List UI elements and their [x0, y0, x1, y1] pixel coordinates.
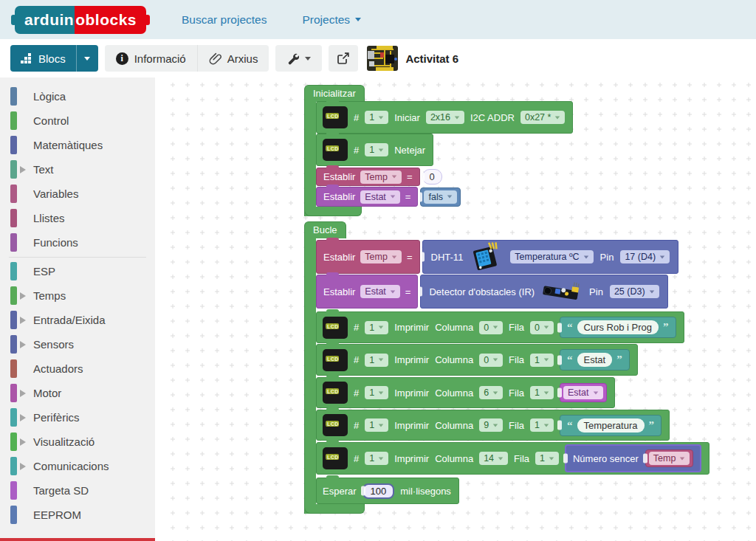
nav-link-search-projects[interactable]: Buscar projectes: [182, 13, 267, 27]
string-text-field[interactable]: Temperatura: [577, 418, 645, 433]
blocks-icon: [21, 53, 32, 64]
sidebar-item-control[interactable]: Control: [0, 108, 155, 133]
sidebar-item-llistes[interactable]: Llistes: [0, 206, 155, 230]
sidebar-item-periferics[interactable]: Perifèrics: [0, 405, 155, 430]
set-variable-block[interactable]: Establir Temp =: [316, 168, 420, 186]
sidebar-item-variables[interactable]: Variables: [0, 182, 155, 206]
info-icon: i: [116, 52, 128, 65]
chevron-down-icon: [544, 326, 549, 329]
variable-dropdown[interactable]: Temp: [649, 452, 690, 465]
blocs-dropdown-button[interactable]: [76, 45, 98, 72]
chevron-down-icon: [493, 326, 498, 329]
sidebar-item-logica[interactable]: Lògica: [0, 84, 155, 108]
sidebar-item-actuadors[interactable]: Actuadors: [0, 356, 155, 381]
variable-get-block[interactable]: Estat: [560, 383, 607, 402]
column-dropdown[interactable]: 0: [479, 321, 503, 334]
lcd-number-dropdown[interactable]: 1: [365, 321, 388, 334]
lcd-number-dropdown[interactable]: 1: [365, 418, 388, 432]
boolean-value-block[interactable]: fals: [420, 187, 460, 207]
variable-dropdown[interactable]: Estat: [563, 386, 603, 399]
string-value-block[interactable]: “ Estat ”: [560, 349, 630, 371]
integer-cast-block[interactable]: Número sencer Temp: [565, 444, 701, 472]
lcd-number-dropdown[interactable]: 1: [365, 452, 388, 465]
string-value-block[interactable]: “ Curs Rob i Prog ”: [560, 317, 676, 338]
string-text-field[interactable]: Curs Rob i Prog: [577, 320, 659, 334]
lcd-size-dropdown[interactable]: 2x16: [426, 111, 464, 124]
category-color-chip: [10, 87, 17, 106]
paperclip-icon: [209, 52, 221, 65]
number-value-block[interactable]: 100: [362, 483, 395, 499]
sidebar-item-temps[interactable]: Temps: [0, 283, 155, 308]
string-value-block[interactable]: “ Temperatura ”: [560, 415, 662, 436]
variable-dropdown[interactable]: Estat: [360, 285, 400, 298]
sidebar-item-motor[interactable]: Motor: [0, 381, 155, 405]
lcd-number-dropdown[interactable]: 1: [365, 386, 388, 399]
pin-dropdown[interactable]: 25 (D3): [610, 285, 659, 298]
sidebar-item-entrada-eixida[interactable]: Entrada/Eixida: [0, 308, 155, 332]
blocs-split-button[interactable]: Blocs: [10, 45, 98, 72]
number-value-block[interactable]: 0: [422, 169, 442, 185]
row-dropdown[interactable]: 0: [530, 321, 554, 334]
column-dropdown[interactable]: 9: [479, 418, 503, 432]
variable-get-block[interactable]: Temp: [645, 449, 694, 467]
inicialitzar-foot: [304, 207, 362, 216]
blockly-workspace[interactable]: Inicialitzar LCD # 1 Iniciar 2x16 I2C AD…: [155, 77, 756, 541]
variable-dropdown[interactable]: Temp: [360, 170, 402, 184]
nav-link-projects-menu[interactable]: Projectes: [302, 13, 361, 27]
tools-dropdown-button[interactable]: [275, 45, 322, 72]
lcd-number-dropdown[interactable]: 1: [365, 354, 388, 367]
expand-arrow-icon: [20, 390, 26, 397]
column-dropdown[interactable]: 6: [479, 386, 503, 399]
lcd-print-block[interactable]: LCD # 1 Imprimir Columna 6 Fila 1 Estat: [316, 377, 615, 408]
lcd-print-block[interactable]: LCD # 1 Imprimir Columna 0 Fila 0 “ Curs…: [316, 311, 684, 343]
sidebar-item-comunicacions[interactable]: Comunicacions: [0, 454, 155, 478]
chevron-down-icon: [391, 196, 395, 199]
chevron-down-icon: [544, 359, 549, 362]
wait-block[interactable]: Esperar 100 mil·lisegons: [316, 478, 459, 504]
lcd-init-block[interactable]: LCD # 1 Iniciar 2x16 I2C ADDR 0x27 *: [316, 101, 573, 134]
variable-dropdown[interactable]: Estat: [360, 190, 400, 204]
column-dropdown[interactable]: 0: [479, 354, 503, 367]
bucle-block-group: Bucle Establir Temp = DHT-11: [304, 221, 346, 238]
ir-obstacle-sensor-block[interactable]: Detector d'obstacles (IR) Pin 25 (D3): [420, 275, 667, 309]
sidebar-item-visualitzacio[interactable]: Visualització: [0, 430, 155, 454]
share-button[interactable]: [329, 45, 358, 72]
sensor-magnitude-dropdown[interactable]: Temperatura ºC: [510, 250, 593, 263]
row-dropdown[interactable]: 1: [530, 354, 554, 367]
chevron-down-icon: [379, 116, 383, 119]
row-dropdown[interactable]: 1: [530, 386, 554, 399]
lcd-clear-block[interactable]: LCD # 1 Netejar: [316, 134, 433, 166]
set-variable-block[interactable]: Establir Estat =: [316, 187, 418, 207]
sidebar-item-funcions[interactable]: Funcions: [0, 230, 155, 255]
variable-dropdown[interactable]: Temp: [360, 250, 402, 263]
pin-dropdown[interactable]: 17 (D4): [620, 250, 670, 263]
string-text-field[interactable]: Estat: [577, 353, 613, 367]
sidebar-item-targeta-sd[interactable]: Targeta SD: [0, 478, 155, 503]
arxius-button[interactable]: Arxius: [198, 45, 269, 72]
lcd-number-dropdown[interactable]: 1: [365, 143, 388, 156]
bucle-hat-block[interactable]: Bucle: [304, 221, 346, 238]
chevron-down-icon: [391, 290, 395, 293]
sidebar-item-esp[interactable]: ESP: [0, 259, 155, 283]
informacio-button[interactable]: i Informació: [105, 45, 197, 72]
set-variable-block[interactable]: Establir Temp =: [316, 240, 420, 274]
chevron-down-icon: [498, 457, 503, 460]
lcd-number-dropdown[interactable]: 1: [365, 111, 388, 124]
sidebar-item-eeprom[interactable]: EEPROM: [0, 503, 155, 527]
category-color-chip: [10, 160, 17, 179]
blocs-button[interactable]: Blocs: [10, 52, 76, 65]
sidebar-item-matematiques[interactable]: Matemàtiques: [0, 133, 155, 157]
boolean-dropdown[interactable]: fals: [424, 190, 456, 204]
column-dropdown[interactable]: 14: [479, 452, 508, 465]
lcd-print-block[interactable]: LCD # 1 Imprimir Columna 14 Fila 1 Númer…: [316, 442, 709, 475]
lcd-print-block[interactable]: LCD # 1 Imprimir Columna 9 Fila 1 “ Temp…: [316, 410, 670, 441]
arduinoblocks-logo[interactable]: arduin oblocks: [15, 6, 146, 34]
sidebar-item-sensors[interactable]: Sensors: [0, 332, 155, 356]
lcd-print-block[interactable]: LCD # 1 Imprimir Columna 0 Fila 1 “ Esta…: [316, 344, 638, 376]
sidebar-item-text[interactable]: Text: [0, 157, 155, 182]
set-variable-block[interactable]: Establir Estat =: [316, 275, 418, 309]
row-dropdown[interactable]: 1: [535, 452, 559, 465]
i2c-addr-dropdown[interactable]: 0x27 *: [520, 111, 565, 124]
row-dropdown[interactable]: 1: [530, 418, 554, 432]
dht11-sensor-block[interactable]: DHT-11: [422, 240, 679, 274]
